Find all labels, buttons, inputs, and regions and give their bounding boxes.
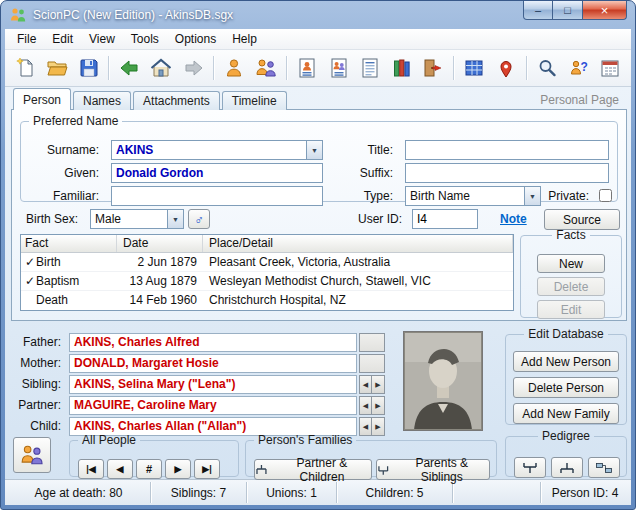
descend-fork-icon [255, 464, 268, 476]
male-symbol-button[interactable]: ♂ [188, 209, 210, 229]
persons-families-group: Person's Families Partner & Children Par… [245, 433, 497, 477]
person-photo[interactable] [403, 331, 483, 431]
goto-number-button[interactable]: # [136, 459, 162, 479]
minimize-button[interactable]: – [523, 1, 553, 20]
fact-date: 2 Jun 1879 [117, 253, 203, 271]
family-report-icon[interactable] [324, 53, 353, 83]
title-field[interactable] [405, 140, 609, 160]
new-document-icon[interactable] [11, 53, 40, 83]
note-link[interactable]: Note [500, 212, 527, 226]
data-grid-icon[interactable] [460, 53, 489, 83]
partner-children-button[interactable]: Partner & Children [254, 459, 372, 480]
menu-help[interactable]: Help [224, 30, 265, 48]
save-icon[interactable] [74, 53, 103, 83]
pedigree-boxes-icon [595, 462, 613, 474]
surname-value: AKINS [112, 141, 306, 159]
name-type-combo[interactable]: Birth Name ▼ [405, 186, 541, 206]
birth-sex-combo[interactable]: Male ▼ [90, 209, 184, 229]
chevron-down-icon[interactable]: ▼ [524, 187, 540, 205]
toolbar-separator [213, 56, 215, 80]
person-icon[interactable] [220, 53, 249, 83]
search-icon[interactable] [533, 53, 562, 83]
tab-names[interactable]: Names [73, 91, 131, 110]
add-new-person-button[interactable]: Add New Person [513, 351, 619, 372]
people-list-button[interactable] [13, 437, 51, 473]
father-field[interactable]: AKINS, Charles Alfred [69, 333, 357, 352]
menu-tools[interactable]: Tools [123, 30, 167, 48]
pedigree-chart-button[interactable] [588, 457, 620, 478]
title-label: Title: [327, 140, 399, 160]
back-icon[interactable] [115, 53, 144, 83]
calendar-icon[interactable] [595, 53, 624, 83]
tab-timeline[interactable]: Timeline [222, 91, 287, 110]
previous-person-button[interactable]: ◀ [107, 459, 133, 479]
father-nav [359, 333, 385, 352]
menu-file[interactable]: File [9, 30, 44, 48]
menu-options[interactable]: Options [167, 30, 224, 48]
toolbar: ? [5, 50, 631, 87]
facts-table-header: Fact Date Place/Detail [21, 235, 513, 253]
pedigree-descendants-button[interactable] [551, 457, 583, 478]
delete-person-button[interactable]: Delete Person [513, 377, 619, 398]
private-checkbox[interactable] [599, 189, 612, 202]
all-people-group: All People |◀ ◀ # ▶ ▶| [69, 433, 239, 477]
couple-icon[interactable] [251, 53, 280, 83]
sibling-next-icon[interactable]: ▶ [372, 375, 385, 394]
tab-attachments[interactable]: Attachments [133, 91, 220, 110]
person-report-icon[interactable] [293, 53, 322, 83]
sibling-field[interactable]: AKINS, Selina Mary ("Lena") [69, 375, 357, 394]
surname-label: Surname: [21, 140, 105, 160]
svg-text:?: ? [580, 60, 587, 74]
menu-edit[interactable]: Edit [44, 30, 81, 48]
all-people-legend: All People [78, 433, 140, 447]
suffix-label: Suffix: [327, 163, 399, 183]
chevron-down-icon[interactable]: ▼ [167, 210, 183, 228]
last-person-button[interactable]: ▶| [194, 459, 220, 479]
delete-fact-button: Delete [537, 277, 605, 296]
pedigree-ancestors-button[interactable] [514, 457, 546, 478]
fact-row[interactable]: Death 14 Feb 1960 Christchurch Hospital,… [21, 291, 513, 310]
tab-person[interactable]: Person [13, 88, 71, 110]
next-person-button[interactable]: ▶ [165, 459, 191, 479]
titlebar[interactable]: ScionPC (New Edition) - AkinsDB.sgx – □ … [1, 1, 635, 29]
user-id-field[interactable] [412, 209, 478, 229]
partner-next-icon[interactable]: ▶ [372, 396, 385, 415]
pedigree-group: Pedigree [505, 429, 627, 477]
toolbar-separator [453, 56, 455, 80]
familiar-field[interactable] [111, 186, 323, 206]
menu-view[interactable]: View [81, 30, 123, 48]
open-folder-icon[interactable] [42, 53, 71, 83]
first-person-button[interactable]: |◀ [78, 459, 104, 479]
column-place: Place/Detail [203, 235, 513, 252]
partner-prev-icon[interactable]: ◀ [359, 396, 372, 415]
partner-field[interactable]: MAGUIRE, Caroline Mary [69, 396, 357, 415]
chevron-down-icon[interactable]: ▼ [306, 141, 322, 159]
maximize-button[interactable]: □ [553, 1, 583, 20]
text-report-icon[interactable] [355, 53, 384, 83]
status-age-at-death: Age at death: 80 [7, 482, 151, 503]
edit-database-group: Edit Database Add New Person Delete Pers… [505, 327, 627, 425]
new-fact-button[interactable]: New [537, 254, 605, 273]
close-button[interactable]: × [583, 1, 627, 20]
fact-place: Christchurch Hospital, NZ [203, 291, 513, 310]
edit-fact-button: Edit [537, 300, 605, 319]
sibling-prev-icon[interactable]: ◀ [359, 375, 372, 394]
given-field[interactable] [111, 163, 323, 183]
fact-marker [25, 291, 36, 310]
add-new-family-button[interactable]: Add New Family [513, 403, 619, 424]
source-button[interactable]: Source [544, 209, 620, 230]
toolbar-separator [286, 56, 288, 80]
find-person-icon[interactable]: ? [564, 53, 593, 83]
books-icon[interactable] [387, 53, 416, 83]
given-label: Given: [21, 163, 105, 183]
suffix-field[interactable] [405, 163, 609, 183]
surname-combo[interactable]: AKINS ▼ [111, 140, 323, 160]
fact-row[interactable]: ✓Birth 2 Jun 1879 Pleasant Creek, Victor… [21, 253, 513, 272]
mother-field[interactable]: DONALD, Margaret Hosie [69, 354, 357, 373]
fact-row[interactable]: ✓Baptism 13 Aug 1879 Wesleyan Methodist … [21, 272, 513, 291]
places-icon[interactable] [491, 53, 520, 83]
fact-name: Death [36, 291, 68, 310]
home-icon[interactable] [147, 53, 176, 83]
parents-siblings-button[interactable]: Parents & Siblings [376, 459, 490, 480]
exit-icon[interactable] [418, 53, 447, 83]
